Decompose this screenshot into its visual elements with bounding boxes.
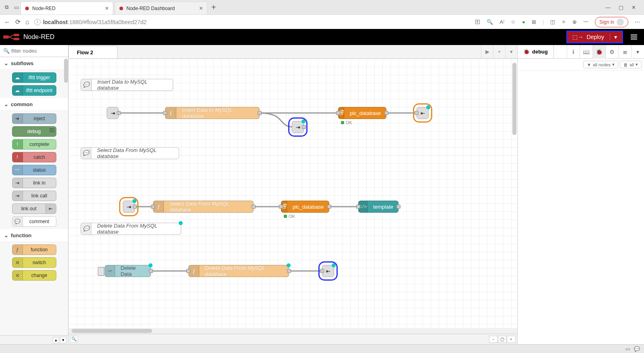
flow-tab[interactable]: Flow 2 bbox=[68, 46, 118, 58]
deploy-button[interactable]: ⬚→ Deploy ▾ bbox=[566, 31, 623, 43]
flow-menu-button[interactable]: ▾ bbox=[505, 45, 517, 58]
function-node-select[interactable]: fSelect Data From MySQL database bbox=[153, 201, 254, 213]
chevron-down-icon: ▾ bbox=[636, 62, 638, 67]
window-newtabgroup-icon[interactable]: ▭ bbox=[14, 4, 19, 10]
workspace-search-button[interactable]: 🔍 bbox=[70, 336, 78, 343]
home-icon[interactable]: ⌂ bbox=[25, 18, 29, 26]
link-in-node-select[interactable]: ⇥ bbox=[123, 201, 135, 213]
tab-scroll-button[interactable]: ▶ bbox=[481, 45, 493, 58]
palette-node-link-out[interactable]: link out⇤ bbox=[12, 203, 56, 214]
inject-node-delete[interactable]: ⇨Delete Data bbox=[105, 265, 151, 277]
sidebar-more-button[interactable]: ▾ bbox=[631, 45, 644, 59]
site-info-icon[interactable]: i bbox=[34, 19, 41, 25]
minimize-icon[interactable]: — bbox=[605, 4, 611, 10]
category-common[interactable]: common bbox=[0, 98, 68, 111]
sidebar-tab-debug[interactable]: 🐞 debug bbox=[518, 45, 554, 58]
palette-node-complete[interactable]: !complete bbox=[12, 139, 56, 150]
chevron-down-icon[interactable]: ▾ bbox=[610, 34, 617, 40]
canvas-hscroll[interactable] bbox=[68, 328, 517, 334]
menu-button[interactable] bbox=[627, 31, 641, 43]
back-icon[interactable]: ← bbox=[4, 18, 10, 26]
signin-button[interactable]: Sign in bbox=[595, 17, 628, 27]
sidebar-context-button[interactable]: ≣ bbox=[618, 45, 631, 59]
link-icon: ⇥ bbox=[296, 124, 300, 130]
favorites-icon[interactable]: ⊕ bbox=[572, 19, 577, 25]
browser-tab-nodered[interactable]: ⬢ Node-RED × bbox=[21, 2, 113, 14]
close-icon[interactable]: × bbox=[105, 5, 109, 12]
function-node-insert[interactable]: fInsert Data to MySQL database bbox=[165, 107, 260, 119]
link-in-node[interactable]: ⇥ bbox=[107, 107, 119, 119]
category-function[interactable]: function bbox=[0, 229, 68, 242]
debug-clear-button[interactable]: 🗑all▾ bbox=[620, 61, 642, 68]
palette-node-comment[interactable]: 💬comment bbox=[12, 216, 56, 227]
close-window-icon[interactable]: ✕ bbox=[632, 4, 636, 10]
favorite-icon[interactable]: ☆ bbox=[511, 19, 516, 25]
zoom-in-button[interactable]: + bbox=[507, 336, 516, 343]
palette-node-function[interactable]: ffunction bbox=[12, 244, 56, 255]
readaloud-icon[interactable]: A⁾ bbox=[500, 19, 504, 25]
more-icon[interactable]: ⋯ bbox=[635, 19, 640, 25]
scrollbar-thumb[interactable] bbox=[64, 59, 68, 83]
palette-filter-input[interactable] bbox=[11, 48, 65, 54]
sidebar-help-button[interactable]: 📖 bbox=[580, 45, 592, 59]
flow-canvas[interactable]: 💬Insert Data to MySQL database ⇥ fInsert… bbox=[68, 59, 517, 328]
inject-trigger-button[interactable] bbox=[98, 267, 104, 276]
changed-indicator bbox=[301, 119, 305, 123]
split-icon[interactable]: ◫ bbox=[550, 19, 555, 25]
palette-node-ifttt-trigger[interactable]: ☁ifttt trigger bbox=[12, 72, 56, 83]
key-icon[interactable]: ⚿ bbox=[475, 19, 480, 25]
url-host: localhost bbox=[43, 19, 68, 25]
sidebar-debug-button[interactable]: 🐞 bbox=[592, 45, 605, 59]
palette-up-button[interactable]: ▲ bbox=[53, 337, 59, 343]
link-in-node-highlighted[interactable]: ⇥ bbox=[292, 121, 304, 133]
zoom-reset-button[interactable]: ◯ bbox=[498, 336, 507, 343]
palette-node-debug[interactable]: debug bbox=[12, 126, 56, 137]
zoom-out-button[interactable]: − bbox=[489, 336, 498, 343]
status-icon[interactable]: ▭ bbox=[625, 346, 630, 352]
sidebar-panel: 🐞 debug i 📖 🐞 ⚙ ≣ ▾ ▼all nodes▾ 🗑all▾ bbox=[517, 45, 644, 344]
maximize-icon[interactable]: ▢ bbox=[619, 4, 623, 10]
palette-filter[interactable]: 🔍 bbox=[0, 45, 68, 57]
mysql-node-2[interactable]: 🗄plc_databaseOK bbox=[281, 201, 329, 213]
collections-icon[interactable]: ✧ bbox=[561, 19, 566, 25]
browser-tab-dashboard[interactable]: ⬢ Node-RED Dashboard × bbox=[115, 2, 207, 14]
palette-scroll[interactable]: subflows ☁ifttt trigger ☁ifttt endpoint … bbox=[0, 57, 68, 335]
palette-node-link-call[interactable]: ⇥link call bbox=[12, 191, 56, 201]
palette-node-link-in[interactable]: ⇥link in bbox=[12, 178, 56, 188]
extension-icon[interactable]: ● bbox=[522, 19, 525, 25]
status-icon[interactable]: 💬 bbox=[634, 346, 640, 352]
perf-icon[interactable]: 〰 bbox=[583, 19, 588, 25]
new-tab-button[interactable]: + bbox=[211, 3, 216, 12]
palette-node-ifttt-endpoint[interactable]: ☁ifttt endpoint bbox=[12, 85, 56, 96]
comment-node-select[interactable]: 💬Select Data From MySQL database bbox=[80, 147, 179, 159]
function-node-delete[interactable]: fDelete Data From MySQL database bbox=[188, 265, 289, 277]
close-icon[interactable]: × bbox=[199, 5, 203, 12]
palette-node-change[interactable]: ⤭change bbox=[12, 270, 56, 281]
mysql-node-1[interactable]: 🗄plc_databaseOK bbox=[338, 107, 386, 119]
template-node[interactable]: </>template bbox=[358, 201, 398, 213]
extensions-icon[interactable]: ⊞ bbox=[532, 19, 536, 25]
function-icon: f bbox=[12, 245, 23, 254]
debug-filter-nodes[interactable]: ▼all nodes▾ bbox=[583, 61, 618, 68]
palette-node-inject[interactable]: ➜inject bbox=[12, 113, 56, 124]
palette-down-button[interactable]: ▼ bbox=[60, 337, 66, 343]
comment-icon: 💬 bbox=[81, 223, 91, 234]
canvas-vscroll-thumb[interactable] bbox=[512, 63, 516, 135]
link-out-node-delete[interactable]: ⇤ bbox=[322, 265, 334, 277]
canvas-hscroll-thumb[interactable] bbox=[72, 329, 152, 333]
refresh-icon[interactable]: ⟳ bbox=[15, 18, 21, 26]
address-bar[interactable]: i localhost:1880/#flow/31a5f8a0beed27d2 bbox=[34, 19, 471, 25]
palette-node-switch[interactable]: ⤭switch bbox=[12, 257, 56, 268]
palette-node-catch[interactable]: !catch bbox=[12, 152, 56, 162]
link-out-node-highlighted[interactable]: ⇤ bbox=[417, 107, 429, 119]
sidebar-info-button[interactable]: i bbox=[567, 45, 580, 59]
window-controls: ⧉ ▭ bbox=[5, 4, 19, 10]
sidebar-config-button[interactable]: ⚙ bbox=[605, 45, 618, 59]
palette-node-status[interactable]: 〰status bbox=[12, 165, 56, 175]
comment-node-insert[interactable]: 💬Insert Data to MySQL database bbox=[80, 79, 173, 91]
add-flow-button[interactable]: + bbox=[493, 45, 505, 58]
window-tabs-icon[interactable]: ⧉ bbox=[5, 4, 8, 10]
category-subflows[interactable]: subflows bbox=[0, 57, 68, 70]
zoom-icon[interactable]: 🔍 bbox=[487, 19, 493, 25]
comment-node-delete[interactable]: 💬Delete Data From MySQL database bbox=[80, 223, 181, 235]
